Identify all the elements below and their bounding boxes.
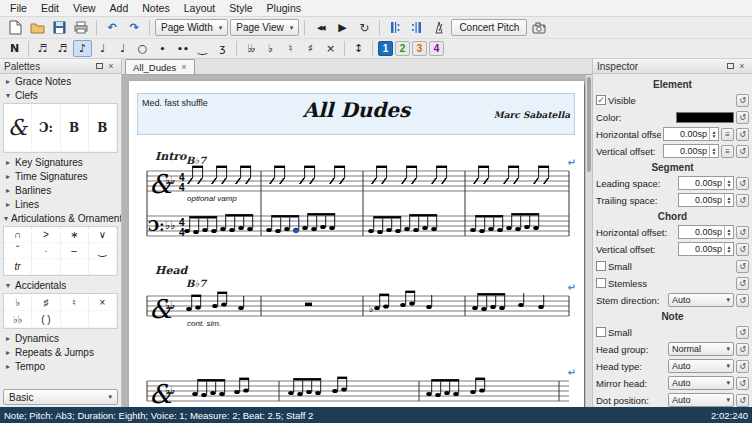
- reset-button[interactable]: ↺: [736, 226, 749, 239]
- head-type-dropdown[interactable]: Auto▾: [668, 359, 734, 373]
- marcato-cell[interactable]: ∨: [89, 227, 117, 243]
- voice-1-button[interactable]: 1: [378, 41, 393, 56]
- line-break-icon[interactable]: ↵: [568, 367, 576, 378]
- spinner-arrows-icon[interactable]: ▲▼: [724, 194, 733, 206]
- stem-direction-dropdown[interactable]: Auto▾: [668, 293, 734, 307]
- line-break-icon[interactable]: ↵: [568, 282, 576, 293]
- score-view[interactable]: & ♭♭ 44 Ɔ: ♭♭ 44: [122, 75, 585, 407]
- play-button[interactable]: ▶: [332, 19, 352, 37]
- spinner-arrows-icon[interactable]: ▲▼: [724, 243, 733, 255]
- double-sharp-cell[interactable]: ×: [89, 294, 117, 311]
- up-bow-cell[interactable]: ˆ: [4, 243, 32, 259]
- snap-list-button[interactable]: ≡: [721, 128, 734, 141]
- menu-style[interactable]: Style: [222, 1, 259, 15]
- note-32nd-button[interactable]: ♬: [33, 40, 52, 57]
- workspace-select[interactable]: Basic ▾: [3, 389, 118, 405]
- save-button[interactable]: [49, 19, 69, 37]
- reset-button[interactable]: ↺: [736, 194, 749, 207]
- fermata-cell[interactable]: ∩: [4, 227, 32, 243]
- vertical-offset-spinner[interactable]: 0.00sp▲▼: [663, 144, 719, 158]
- flip-direction-button[interactable]: ↕: [349, 40, 368, 57]
- chord-small-checkbox[interactable]: [596, 261, 606, 271]
- snap-list-button[interactable]: ≡: [721, 145, 734, 158]
- voice-2-button[interactable]: 2: [395, 41, 410, 56]
- spinner-arrows-icon[interactable]: ▲▼: [709, 128, 718, 140]
- zoom-select[interactable]: Page Width▾: [155, 19, 228, 36]
- scrollbar-thumb[interactable]: [587, 77, 591, 172]
- double-flat-cell[interactable]: ♭♭: [4, 311, 32, 328]
- menu-layout[interactable]: Layout: [177, 1, 223, 15]
- palette-item-time-signatures[interactable]: ▸Time Signatures: [0, 169, 121, 183]
- mirror-head-dropdown[interactable]: Auto▾: [668, 376, 734, 390]
- menu-edit[interactable]: Edit: [34, 1, 66, 15]
- tenuto-cell[interactable]: –: [61, 243, 89, 259]
- menu-view[interactable]: View: [66, 1, 103, 15]
- horizontal-offset-spinner[interactable]: 0.00sp▲▼: [663, 127, 719, 141]
- flat-button[interactable]: ♭: [261, 40, 280, 57]
- note-half-button[interactable]: ♩: [113, 40, 132, 57]
- double-flat-button[interactable]: ♭♭: [241, 40, 260, 57]
- staccato-cell[interactable]: ∙: [32, 243, 60, 259]
- concert-pitch-button[interactable]: Concert Pitch: [451, 19, 527, 36]
- palette-item-grace-notes[interactable]: ▸Grace Notes: [0, 74, 121, 88]
- double-dot-button[interactable]: ∙∙: [173, 40, 192, 57]
- staff-text-optional-vamp[interactable]: optional vamp: [187, 194, 237, 203]
- reset-button[interactable]: ↺: [736, 177, 749, 190]
- slur-cell[interactable]: ‿: [89, 243, 117, 259]
- reset-button[interactable]: ↺: [736, 128, 749, 141]
- note-input-button[interactable]: N: [5, 40, 24, 57]
- palette-item-barlines[interactable]: ▸Barlines: [0, 183, 121, 197]
- print-button[interactable]: [71, 19, 91, 37]
- staff-text-cont-sim[interactable]: cont. sim.: [187, 319, 221, 328]
- view-mode-select[interactable]: Page View▾: [230, 19, 299, 36]
- close-tab-icon[interactable]: ×: [181, 62, 186, 72]
- sharp-button[interactable]: ♯: [301, 40, 320, 57]
- reset-button[interactable]: ↺: [736, 277, 749, 290]
- palette-item-accidentals[interactable]: ▾Accidentals: [0, 278, 121, 292]
- visible-checkbox[interactable]: ✓: [596, 95, 606, 105]
- note-quarter-button[interactable]: ♩: [93, 40, 112, 57]
- chord-horizontal-offset-spinner[interactable]: 0.00sp▲▼: [678, 225, 734, 239]
- reset-button[interactable]: ↺: [736, 94, 749, 107]
- rehearsal-mark-intro[interactable]: Intro: [155, 150, 186, 163]
- composer-text[interactable]: Marc Sabatella: [494, 110, 570, 120]
- reset-button[interactable]: ↺: [736, 260, 749, 273]
- head-group-dropdown[interactable]: Normal▾: [668, 342, 734, 356]
- open-button[interactable]: [27, 19, 47, 37]
- menu-add[interactable]: Add: [103, 1, 136, 15]
- palette-item-key-signatures[interactable]: ▸Key Signatures: [0, 155, 121, 169]
- sharp-cell[interactable]: ♯: [32, 294, 60, 311]
- dot-position-dropdown[interactable]: Auto▾: [668, 393, 734, 407]
- chord-symbol[interactable]: B♭7: [186, 278, 206, 289]
- menu-notes[interactable]: Notes: [135, 1, 176, 15]
- note-small-checkbox[interactable]: [596, 327, 606, 337]
- natural-button[interactable]: ♮: [281, 40, 300, 57]
- tenor-clef-cell[interactable]: B: [89, 104, 117, 152]
- undo-button[interactable]: ↶: [102, 19, 122, 37]
- natural-cell[interactable]: ♮: [61, 294, 89, 311]
- bass-clef-cell[interactable]: Ɔ:: [32, 104, 60, 152]
- play-repeats-toggle[interactable]: [385, 19, 405, 37]
- image-capture-button[interactable]: [529, 19, 549, 37]
- augmentation-dot-button[interactable]: ∙: [153, 40, 172, 57]
- double-sharp-button[interactable]: ×: [321, 40, 340, 57]
- alto-clef-cell[interactable]: B: [61, 104, 89, 152]
- reset-button[interactable]: ↺: [736, 145, 749, 158]
- metronome-toggle[interactable]: [429, 19, 449, 37]
- palette-item-lines[interactable]: ▸Lines: [0, 197, 121, 211]
- score-vertical-scrollbar[interactable]: [585, 75, 592, 407]
- parentheses-cell[interactable]: ( ): [32, 311, 60, 328]
- palette-item-articulations[interactable]: ▾Articulations & Ornaments: [0, 211, 121, 225]
- close-panel-button[interactable]: ×: [105, 60, 117, 72]
- reset-button[interactable]: ↺: [736, 294, 749, 307]
- color-swatch[interactable]: [676, 112, 734, 123]
- pan-score-toggle[interactable]: [407, 19, 427, 37]
- tie-button[interactable]: ‿: [193, 40, 212, 57]
- float-panel-button[interactable]: [93, 60, 105, 72]
- rest-button[interactable]: ʒ: [213, 40, 232, 57]
- line-break-icon[interactable]: ↵: [568, 157, 576, 168]
- note-16th-button[interactable]: ♬: [53, 40, 72, 57]
- spinner-arrows-icon[interactable]: ▲▼: [709, 145, 718, 157]
- palette-item-repeats-jumps[interactable]: ▸Repeats & Jumps: [0, 345, 121, 359]
- trill-cell[interactable]: tr: [4, 259, 32, 275]
